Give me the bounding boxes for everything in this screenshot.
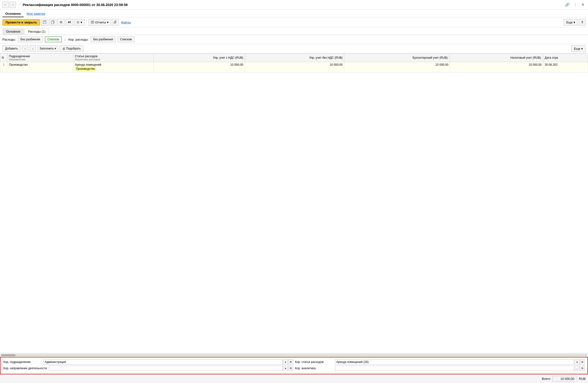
move-down-button[interactable]: ↓ [30, 45, 36, 52]
table-row[interactable]: 1 Производство Аренда помещений Производ… [0, 62, 588, 72]
more-icon-button[interactable]: ⋮ [572, 2, 579, 7]
bez-razbieniya-kor-btn[interactable]: Без разбиения [90, 37, 116, 42]
close-icon-button[interactable]: ✕ [580, 2, 586, 7]
kor-analit-label: Кор. аналитика: [295, 367, 334, 370]
top-tab-notes[interactable]: Мои заметки [24, 11, 48, 17]
reports-label: Отчеты [95, 21, 106, 24]
link-icon-button[interactable]: 🔗 [564, 2, 571, 7]
top-tab-osnovnoe[interactable]: Основное [2, 11, 24, 17]
svg-rect-4 [51, 21, 54, 24]
kor-podrazdelenie-dropdown[interactable]: ▾ [283, 359, 288, 365]
conduct-close-button[interactable]: Провести и закрыть [2, 19, 40, 26]
doc-tabs: Основное Расходы (1) [0, 27, 588, 35]
row-upr-nonds: 10 000,00 [245, 62, 344, 72]
kor-statya-input[interactable] [335, 359, 574, 365]
toolbar: Провести и закрыть АТ ▾ Отчеты ▾ Файлы Е… [0, 17, 588, 27]
filter-sep: | [65, 38, 65, 41]
svg-point-8 [78, 22, 79, 23]
tab-osnovnoe[interactable]: Основное [2, 28, 24, 35]
top-tabs: Основное Мои заметки [0, 10, 588, 17]
forward-button[interactable]: → [10, 2, 16, 8]
kor-analit-wrap: ... ⧉ [335, 366, 585, 371]
document-title: Реклассификация расходов 0000-000001 от … [23, 3, 564, 7]
kor-podrazdelenie-open[interactable]: ⧉ [288, 359, 293, 365]
kor-napravlenie-row: Кор. направление деятельности: ▾ ⧉ [3, 366, 293, 371]
kor-podrazdelenie-label: Кор. подразделение: [3, 360, 42, 364]
col-subdivision: Подразделение Направление [7, 54, 73, 62]
kor-podrazdelenie-wrap: ▾ ⧉ [43, 359, 293, 365]
toolbar-separator [86, 19, 87, 26]
kor-napravlenie-dropdown[interactable]: ▾ [283, 366, 288, 371]
kor-statya-open[interactable]: ⧉ [580, 359, 585, 365]
row-statya[interactable]: Аренда помещений Производство [73, 62, 154, 72]
col-statya: Статья расходов Аналитика расходов [73, 54, 154, 62]
settings-icon [76, 21, 80, 24]
col-upr-nonds: Упр. учет без НДС (RUB) [245, 54, 344, 62]
fill-drop-arrow: ▾ [55, 47, 56, 50]
title-action-buttons: 🔗 ⋮ ✕ [564, 2, 586, 7]
scroll-track[interactable] [1, 354, 587, 356]
kor-analit-input[interactable] [335, 366, 574, 371]
expense-table: N Подразделение Направление Статья расхо… [0, 53, 588, 72]
save-button[interactable] [41, 19, 48, 26]
print-button[interactable]: АТ [66, 19, 73, 26]
list-button[interactable] [58, 19, 65, 26]
reports-button[interactable]: Отчеты ▾ [89, 19, 111, 26]
col-upr-nds: Упр. учет с НДС (RUB) [154, 54, 245, 62]
kor-analit-open[interactable]: ⧉ [580, 366, 585, 371]
kor-napravlenie-label: Кор. направление деятельности: [3, 367, 47, 370]
total-label: Всего: [542, 377, 551, 381]
attach-button[interactable] [112, 19, 119, 26]
kor-analit-dots[interactable]: ... [574, 366, 579, 371]
kor-podrazdelenie-input[interactable] [43, 359, 282, 365]
col-nal: Налоговый учет (RUB): [450, 54, 543, 62]
total-currency: RUB [579, 377, 586, 381]
list-icon [59, 20, 63, 24]
fill-label: Заполнить [40, 47, 54, 50]
kor-analit-row: Кор. аналитика: ... ⧉ [295, 366, 585, 371]
row-num: 1 [0, 62, 7, 72]
row-analitika[interactable]: Производство [75, 66, 96, 71]
kor-napravlenie-open[interactable]: ⧉ [288, 366, 293, 371]
favorite-button[interactable]: ☆ [18, 2, 21, 7]
row-upr-nds: 10 000,00 [154, 62, 245, 72]
row-subdivision[interactable]: Производство [7, 62, 73, 72]
kor-statya-label: Кор. статья расходов: [295, 360, 334, 364]
content-area: Расходы: Без разбиения Списком | Кор. ра… [0, 35, 588, 383]
back-button[interactable]: ← [2, 2, 9, 8]
kor-napravlenie-wrap: ▾ ⧉ [49, 366, 293, 371]
action-more: Еще ▾ [571, 45, 586, 52]
tab-rashody[interactable]: Расходы (1) [25, 28, 49, 35]
spiskom-btn[interactable]: Списком [45, 37, 62, 42]
horizontal-scrollbar[interactable] [0, 353, 588, 357]
nav-buttons: ← → [2, 2, 16, 8]
bottom-right: Кор. статья расходов: ▾ ⧉ Кор. аналитика… [295, 359, 585, 372]
print-icon-label: АТ [68, 21, 71, 24]
kor-statya-dropdown[interactable]: ▾ [574, 359, 579, 365]
title-bar: ← → ☆ Реклассификация расходов 0000-0000… [0, 0, 588, 10]
action-more-button[interactable]: Еще ▾ [571, 45, 586, 52]
files-button[interactable]: Файлы [120, 21, 132, 24]
total-value: 10 000,00 [552, 376, 577, 382]
pick-label: Подобрать [66, 47, 81, 50]
more-button[interactable]: Еще ▾ [564, 19, 578, 26]
attach-icon [114, 21, 117, 24]
toolbar-right: Еще ▾ ? [564, 19, 586, 26]
save-icon [43, 20, 47, 24]
kor-napravlenie-input[interactable] [49, 366, 282, 371]
copy-button[interactable] [49, 19, 57, 26]
settings-button[interactable]: ▾ [74, 19, 84, 26]
fill-button[interactable]: Заполнить ▾ [37, 45, 58, 52]
action-bar: Добавить ↑ ↓ Заполнить ▾ 🖨 Подобрать Еще… [0, 44, 588, 53]
kor-statya-row: Кор. статья расходов: ▾ ⧉ [295, 359, 585, 365]
move-up-button[interactable]: ↑ [22, 45, 28, 52]
scroll-thumb[interactable] [1, 354, 16, 356]
help-button[interactable]: ? [579, 19, 586, 26]
bez-razbieniya-btn[interactable]: Без разбиения [18, 37, 43, 42]
col-num: N [0, 54, 7, 62]
add-button[interactable]: Добавить [2, 45, 21, 52]
row-nal: 10 000,00 [450, 62, 543, 72]
spiskom-kor-btn[interactable]: Списком [118, 37, 134, 42]
table-container: N Подразделение Направление Статья расхо… [0, 53, 588, 353]
pick-button[interactable]: 🖨 Подобрать [60, 45, 83, 52]
